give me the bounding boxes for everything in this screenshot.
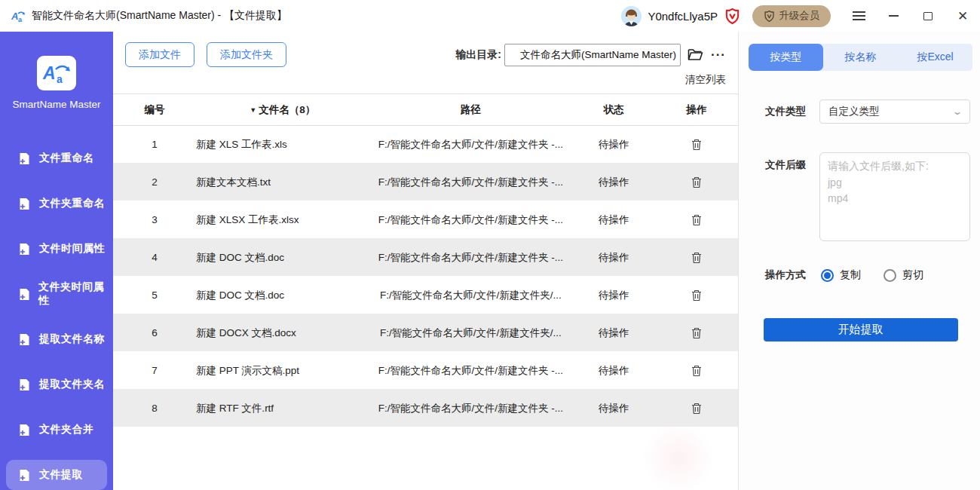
cut-radio-option[interactable]: 剪切 xyxy=(884,268,923,282)
sidebar-item[interactable]: 文件提取 xyxy=(6,460,107,490)
table-row[interactable]: 1 新建 XLS 工作表.xls F:/智能文件命名大师/文件/新建文件夹 -.… xyxy=(113,126,738,164)
row-status: 待操作 xyxy=(572,289,655,302)
row-filename: 新建 RTF 文件.rtf xyxy=(196,402,369,415)
delete-icon[interactable] xyxy=(691,176,702,188)
sidebar-item[interactable]: 提取文件夹名 xyxy=(6,369,107,400)
row-action xyxy=(655,139,738,151)
header-index: 编号 xyxy=(113,103,196,117)
row-filename: 新建 DOCX 文档.docx xyxy=(196,326,369,340)
add-file-button[interactable]: 添加文件 xyxy=(125,42,194,67)
row-action xyxy=(655,176,738,188)
sidebar-item[interactable]: 文件夹合并 xyxy=(6,415,107,445)
panel-tab[interactable]: 按类型 xyxy=(749,44,823,71)
close-button[interactable]: ✕ xyxy=(945,0,980,32)
row-status: 待操作 xyxy=(572,176,655,189)
sidebar-item[interactable]: 文件夹时间属性 xyxy=(6,279,107,309)
add-folder-button[interactable]: 添加文件夹 xyxy=(207,42,286,67)
row-index: 4 xyxy=(113,252,196,263)
copy-radio-option[interactable]: 复制 xyxy=(821,268,861,282)
row-path: F:/智能文件命名大师/文件/新建文件夹 -... xyxy=(369,251,573,265)
svg-text:a: a xyxy=(57,73,63,84)
document-plus-icon xyxy=(19,333,31,346)
header-action: 操作 xyxy=(655,103,738,117)
table-row[interactable]: 8 新建 RTF 文件.rtf F:/智能文件命名大师/文件/新建文件夹 -..… xyxy=(113,390,738,427)
username[interactable]: Y0ndfcLlya5P xyxy=(648,10,718,23)
user-avatar[interactable] xyxy=(621,6,642,26)
header-status: 状态 xyxy=(572,103,655,117)
close-icon: ✕ xyxy=(957,10,968,23)
file-type-label: 文件类型 xyxy=(765,105,812,118)
copy-radio-label: 复制 xyxy=(840,268,861,282)
sidebar-item[interactable]: 提取文件名称 xyxy=(6,324,107,354)
maximize-button[interactable] xyxy=(911,0,945,32)
delete-icon[interactable] xyxy=(691,214,702,226)
sidebar-item[interactable]: 文件夹重命名 xyxy=(6,188,107,219)
minimize-icon xyxy=(889,15,899,17)
radio-selected-icon[interactable] xyxy=(821,269,834,282)
row-action xyxy=(655,289,738,302)
row-action xyxy=(655,214,738,226)
brand-logo-icon: A a xyxy=(37,56,76,90)
output-directory-input[interactable] xyxy=(504,44,681,66)
document-plus-icon xyxy=(19,469,31,482)
row-index: 2 xyxy=(113,176,196,188)
radio-unselected-icon[interactable] xyxy=(884,269,896,282)
sidebar-item-label: 提取文件夹名 xyxy=(39,378,105,391)
row-index: 1 xyxy=(113,139,196,150)
file-type-select[interactable]: 自定义类型 ⌄ xyxy=(819,100,970,124)
clear-list-link[interactable]: 清空列表 xyxy=(685,73,726,87)
sidebar-item-label: 提取文件名称 xyxy=(39,332,105,346)
delete-icon[interactable] xyxy=(691,365,702,377)
sort-descending-icon[interactable]: ▼ xyxy=(250,106,256,114)
main-content: 添加文件 添加文件夹 输出目录: ··· 清空列表 编号 xyxy=(113,32,739,490)
panel-tabs: 按类型 按名称 按Excel xyxy=(749,44,972,71)
delete-icon[interactable] xyxy=(691,139,702,151)
document-plus-icon xyxy=(19,152,31,165)
start-extract-button[interactable]: 开始提取 xyxy=(764,318,958,341)
table-row[interactable]: 6 新建 DOCX 文档.docx F:/智能文件命名大师/文件/新建文件夹/.… xyxy=(113,314,738,352)
row-action xyxy=(655,252,738,264)
toolbar: 添加文件 添加文件夹 输出目录: ··· xyxy=(113,32,738,67)
file-suffix-textarea[interactable] xyxy=(819,152,970,241)
menu-button[interactable] xyxy=(841,0,876,32)
delete-icon[interactable] xyxy=(691,252,702,264)
panel-tab[interactable]: 按Excel xyxy=(898,44,972,71)
file-type-row: 文件类型 自定义类型 ⌄ xyxy=(749,100,972,124)
row-path: F:/智能文件命名大师/文件/新建文件夹 -... xyxy=(369,213,573,227)
upgrade-member-button[interactable]: 升级会员 xyxy=(752,5,831,27)
table-row[interactable]: 2 新建文本文档.txt F:/智能文件命名大师/文件/新建文件夹 -... 待… xyxy=(113,164,738,201)
more-options-button[interactable]: ··· xyxy=(711,47,726,63)
svg-text:A: A xyxy=(42,63,56,83)
row-index: 7 xyxy=(113,365,196,376)
panel-tab[interactable]: 按名称 xyxy=(823,44,898,71)
document-plus-icon xyxy=(19,198,31,210)
delete-icon[interactable] xyxy=(691,289,702,302)
row-path: F:/智能文件命名大师/文件/新建文件夹/... xyxy=(369,326,573,340)
browse-folder-button[interactable] xyxy=(688,48,703,61)
row-status: 待操作 xyxy=(572,138,655,152)
sidebar-item-label: 文件提取 xyxy=(39,468,83,482)
maximize-icon xyxy=(923,12,933,20)
table-row[interactable]: 4 新建 DOC 文档.doc F:/智能文件命名大师/文件/新建文件夹 -..… xyxy=(113,239,738,277)
table-row[interactable]: 5 新建 DOC 文档.doc F:/智能文件命名大师/文件/新建文件夹/...… xyxy=(113,277,738,314)
sidebar-item-label: 文件重命名 xyxy=(39,152,94,165)
svg-text:A: A xyxy=(11,11,18,22)
operation-radio-group: 复制 剪切 xyxy=(821,268,923,282)
clear-row: 清空列表 xyxy=(113,67,738,93)
row-filename: 新建 XLSX 工作表.xlsx xyxy=(196,213,369,227)
sidebar-item[interactable]: 文件重命名 xyxy=(6,143,107,173)
extract-panel: 按类型 按名称 按Excel 文件类型 自定义类型 ⌄ 文件后缀 操作方式 复制 xyxy=(739,32,980,490)
delete-icon[interactable] xyxy=(691,403,702,415)
output-directory-label: 输出目录: xyxy=(455,48,501,62)
svg-text:a: a xyxy=(18,16,23,23)
output-directory-group: 输出目录: ··· xyxy=(455,44,726,66)
minimize-button[interactable] xyxy=(876,0,911,32)
table-row[interactable]: 7 新建 PPT 演示文稿.ppt F:/智能文件命名大师/文件/新建文件夹 -… xyxy=(113,352,738,390)
header-filename[interactable]: ▼ 文件名（8） xyxy=(196,103,369,117)
delete-icon[interactable] xyxy=(691,327,702,339)
upgrade-label: 升级会员 xyxy=(779,9,819,23)
row-path: F:/智能文件命名大师/文件/新建文件夹 -... xyxy=(369,402,573,415)
table-row[interactable]: 3 新建 XLSX 工作表.xlsx F:/智能文件命名大师/文件/新建文件夹 … xyxy=(113,201,738,239)
sidebar-item[interactable]: 文件时间属性 xyxy=(6,234,107,264)
row-path: F:/智能文件命名大师/文件/新建文件夹 -... xyxy=(369,138,573,152)
